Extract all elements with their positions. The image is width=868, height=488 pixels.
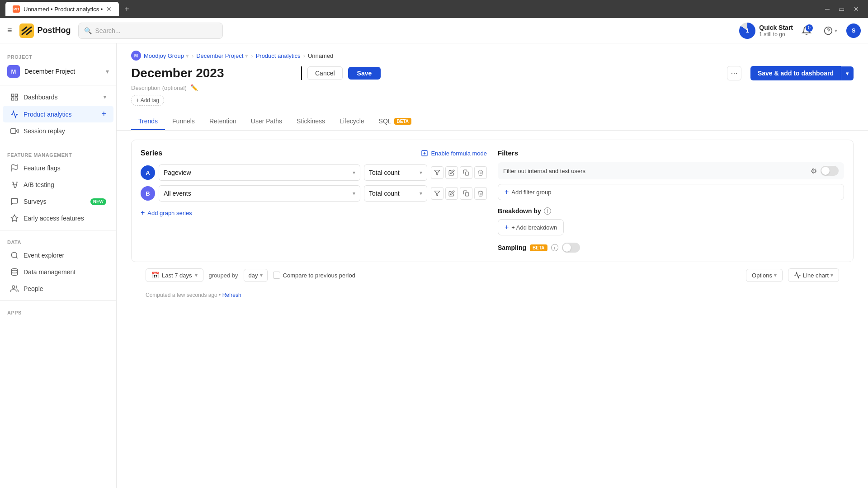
sampling-info-icon[interactable]: i (551, 244, 558, 251)
dashboards-arrow-icon: ▾ (104, 94, 106, 100)
posthog-logo[interactable]: PostHog (19, 23, 71, 38)
series-delete-button-b[interactable] (474, 187, 487, 200)
edit-icon-a (448, 169, 455, 176)
compare-period-checkbox[interactable]: Compare to previous period (273, 272, 355, 279)
series-row-b: B All events ▾ Total count ▾ (141, 185, 487, 202)
tab-sql[interactable]: SQL BETA (372, 113, 419, 130)
series-filter-button-b[interactable] (431, 187, 443, 200)
search-icon: 🔍 (84, 27, 92, 34)
sidebar-item-people[interactable]: People (3, 281, 113, 297)
browser-tab[interactable]: PH Unnamed • Product analytics • ✕ (5, 2, 119, 16)
sidebar-apps-label: APPS (0, 305, 116, 317)
date-range-button[interactable]: 📅 Last 7 days ▾ (146, 268, 203, 282)
description-placeholder: Description (optional) (131, 84, 187, 91)
tab-lifecycle[interactable]: Lifecycle (332, 113, 371, 130)
save-dashboard-dropdown-button[interactable]: ▾ (841, 66, 854, 80)
panel-two-col: Series Enable formula mode A Pageview (141, 149, 844, 253)
breadcrumb-project-link[interactable]: December Project ▾ (196, 52, 248, 59)
sampling-toggle[interactable] (562, 243, 580, 253)
filter-settings-icon[interactable]: ⚙ (811, 167, 817, 175)
window-restore-button[interactable]: ▭ (835, 4, 848, 14)
series-event-chevron-b: ▾ (353, 190, 355, 197)
save-dashboard-main-button[interactable]: Save & add to dashboard (750, 66, 841, 80)
sidebar-item-early-access[interactable]: Early access features (3, 210, 113, 226)
sidebar-item-feature-flags[interactable]: Feature flags (3, 160, 113, 176)
sidebar-project-item[interactable]: M December Project ▾ (0, 61, 116, 81)
series-event-select-b[interactable]: All events ▾ (159, 185, 360, 202)
chart-toolbar: 📅 Last 7 days ▾ grouped by day ▾ Compare… (131, 262, 854, 288)
sidebar-item-event-explorer[interactable]: Event explorer (3, 247, 113, 263)
sql-beta-badge: BETA (394, 118, 411, 125)
options-button[interactable]: Options ▾ (746, 269, 783, 282)
breakdown-section: Breakdown by i + + Add breakdown (498, 207, 844, 235)
series-metric-select-b[interactable]: Total count ▾ (364, 185, 427, 202)
breadcrumb-section-link[interactable]: Product analytics (256, 52, 301, 59)
window-close-button[interactable]: ✕ (850, 4, 863, 14)
quickstart-button[interactable]: 1 Quick Start 1 still to go (739, 23, 793, 39)
add-tag-button[interactable]: + Add tag (131, 95, 164, 106)
tab-trends[interactable]: Trends (131, 113, 165, 130)
series-event-select-a[interactable]: Pageview ▾ (159, 164, 360, 181)
series-copy-button-a[interactable] (460, 166, 472, 179)
sidebar-item-data-management[interactable]: Data management (3, 264, 113, 280)
window-minimize-button[interactable]: ─ (821, 4, 833, 14)
tab-stickiness[interactable]: Stickiness (289, 113, 332, 130)
user-avatar[interactable]: S (846, 23, 861, 38)
tab-user-paths[interactable]: User Paths (244, 113, 289, 130)
sidebar-item-surveys[interactable]: Surveys NEW (3, 193, 113, 210)
help-icon (824, 26, 833, 35)
top-nav: ≡ PostHog 🔍 Search... 1 Quick Start 1 st… (0, 18, 868, 43)
svg-point-14 (12, 286, 15, 288)
more-options-button[interactable]: ··· (727, 66, 741, 80)
computed-bar: Computed a few seconds ago • Refresh (131, 288, 854, 302)
series-edit-button-b[interactable] (445, 187, 458, 200)
add-breakdown-button[interactable]: + + Add breakdown (498, 219, 564, 235)
tab-funnels[interactable]: Funnels (165, 113, 202, 130)
product-analytics-icon (10, 110, 19, 119)
chart-type-button[interactable]: Line chart ▾ (788, 268, 839, 282)
tab-lifecycle-label: Lifecycle (340, 117, 364, 125)
group-by-select[interactable]: day ▾ (244, 269, 268, 282)
notifications-button[interactable]: 0 (798, 23, 815, 39)
enable-formula-button[interactable]: Enable formula mode (421, 150, 487, 157)
sidebar-item-ab-testing[interactable]: A/B testing (3, 177, 113, 193)
add-series-button[interactable]: + Add graph series (141, 206, 487, 220)
series-label-a: A (141, 165, 155, 180)
svg-rect-4 (15, 94, 18, 96)
series-title: Series (141, 149, 162, 157)
feature-flags-label: Feature flags (24, 164, 106, 172)
search-box[interactable]: 🔍 Search... (78, 23, 223, 39)
page-title-input[interactable] (131, 66, 295, 80)
date-range-label: Last 7 days (162, 272, 192, 279)
cancel-button[interactable]: Cancel (307, 66, 343, 80)
series-edit-button-a[interactable] (445, 166, 458, 179)
filters-section: Filters Filter out internal and test use… (498, 149, 844, 253)
series-copy-button-b[interactable] (460, 187, 472, 200)
tab-close-button[interactable]: ✕ (106, 5, 112, 13)
breadcrumb-sep-2: › (251, 52, 253, 59)
add-filter-group-button[interactable]: + Add filter group (498, 184, 844, 200)
series-delete-button-a[interactable] (474, 166, 487, 179)
description-row[interactable]: Description (optional) ✏️ (131, 82, 854, 93)
analysis-panel: Series Enable formula mode A Pageview (131, 140, 854, 262)
menu-button[interactable]: ≡ (7, 26, 12, 35)
analysis-content: Series Enable formula mode A Pageview (117, 131, 868, 311)
save-button[interactable]: Save (348, 67, 381, 80)
series-filter-button-a[interactable] (431, 166, 443, 179)
tab-retention[interactable]: Retention (202, 113, 244, 130)
product-analytics-plus-icon[interactable]: + (101, 109, 106, 119)
refresh-link[interactable]: Refresh (222, 292, 241, 298)
help-button[interactable]: ▾ (820, 23, 841, 38)
sidebar-item-session-replay[interactable]: Session replay (3, 123, 113, 139)
new-tab-button[interactable]: + (124, 5, 129, 14)
sidebar-item-product-analytics[interactable]: Product analytics + (3, 106, 113, 122)
group-by-value: day (249, 272, 258, 279)
sidebar-item-dashboards[interactable]: Dashboards ▾ (3, 89, 113, 105)
filter-toggle[interactable] (821, 166, 839, 176)
series-metric-select-a[interactable]: Total count ▾ (364, 164, 427, 181)
series-metric-chevron-b: ▾ (420, 190, 422, 197)
breakdown-info-icon[interactable]: i (544, 207, 551, 215)
breadcrumb-org-link[interactable]: Moodjoy Group ▾ (144, 52, 189, 59)
tab-icon: PH (13, 5, 20, 13)
delete-icon-b (477, 190, 484, 197)
